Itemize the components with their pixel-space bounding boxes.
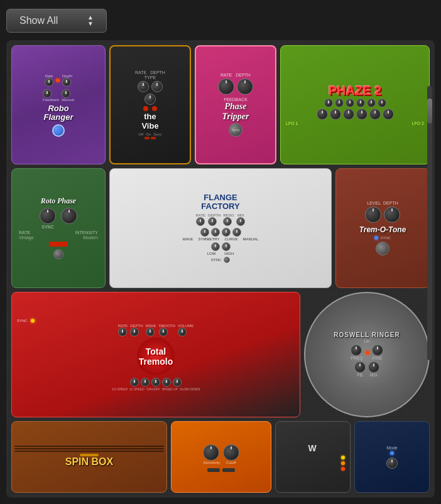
lfo1-label: LFO 1 [286, 121, 298, 126]
flange-factory-title: FLANGEFACTORY [201, 193, 239, 212]
dropdown-arrows: ▲ ▼ [87, 14, 94, 27]
flange-factory-pedal[interactable]: FLANGEFACTORY RATE DEPTH RESO [109, 168, 332, 287]
spin-box-title: SPIN BOX [65, 456, 113, 468]
roswell-ringer-pedal[interactable]: ROSWELL RINGER Lin FREQ FINE [304, 292, 430, 417]
depth-knob-vibe[interactable] [151, 81, 163, 92]
pedal-row-4: SPIN BOX Sensitivity Cutoff [11, 421, 430, 493]
pedal-row-2: Roto Phase SYNC RATEINTENSITY [11, 168, 430, 287]
spin-box-pedal[interactable]: SPIN BOX [11, 421, 167, 493]
phase-tripper-pedal[interactable]: RATEDEPTH FEEDBACK PhaseTripper Sync [195, 45, 276, 164]
depth-knob[interactable] [62, 78, 71, 87]
feedback-knob[interactable] [43, 89, 52, 98]
phaze2-title: PHAZE 2 [329, 84, 381, 97]
level-knob-tot[interactable] [365, 206, 381, 223]
orange-pedal[interactable]: Sensitivity Cutoff [171, 421, 271, 493]
rate-knob[interactable] [45, 78, 53, 87]
toolbar: Show All ▲ ▼ [6, 6, 435, 35]
depth-knob-tot[interactable] [384, 206, 400, 223]
roto-phase-pedal[interactable]: Roto Phase SYNC RATEINTENSITY [11, 168, 106, 287]
scrollbar-thumb[interactable] [427, 99, 432, 124]
roswell-ringer-title: ROSWELL RINGER [334, 331, 400, 338]
scrollbar[interactable] [427, 86, 432, 360]
fine-knob[interactable] [372, 345, 383, 356]
mix-knob[interactable] [368, 362, 379, 373]
trem-o-tone-pedal[interactable]: LEVELDEPTH Trem-O-Tone SYNC [335, 168, 430, 287]
total-tremolo-pedal[interactable]: SYNC RATE DEPTH WAVE [11, 292, 300, 417]
pedals-area: Rate Depth Feedback [6, 40, 435, 498]
dark-pedal[interactable]: W [275, 421, 351, 493]
rate-knob-rp[interactable] [40, 208, 56, 224]
robo-flanger-pedal[interactable]: Rate Depth Feedback [11, 45, 106, 164]
rate-knob-vibe[interactable] [138, 81, 149, 92]
rate-knob-pt[interactable] [218, 78, 234, 95]
main-container: Show All ▲ ▼ Rate [0, 0, 441, 504]
pedal-row-3: SYNC RATE DEPTH WAVE [11, 292, 430, 417]
show-all-label: Show All [19, 15, 58, 26]
freq-knob[interactable] [351, 345, 362, 356]
pedal-row-1: Rate Depth Feedback [11, 45, 430, 164]
depth-knob-pt[interactable] [237, 78, 253, 95]
fb-knob[interactable] [354, 362, 366, 373]
type-knob-vibe[interactable] [144, 94, 156, 105]
total-tremolo-name: TotalTremolo [139, 346, 173, 367]
the-vibe-pedal[interactable]: RATEDEPTH TYPE theVibe OffOnSync [109, 45, 191, 164]
lfo2-label: LFO 2 [412, 121, 424, 126]
show-all-button[interactable]: Show All ▲ ▼ [6, 9, 107, 33]
phaze2-pedal[interactable]: PHAZE 2 [280, 45, 430, 164]
navy-pedal[interactable]: Mode [354, 421, 430, 493]
manual-knob[interactable] [62, 89, 70, 98]
intensity-knob-rp[interactable] [61, 208, 77, 224]
